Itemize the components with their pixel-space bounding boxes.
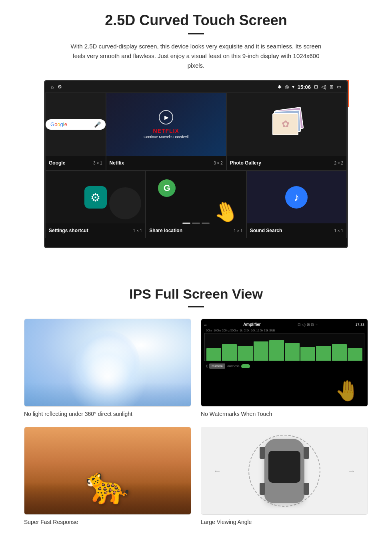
amp-bar-7 [300, 347, 315, 361]
camera-icon: ⊡ [314, 84, 318, 90]
gallery-app-size: 2 × 2 [334, 161, 343, 165]
bluetooth-icon: ✱ [278, 84, 282, 90]
google-maps-icon: G [158, 179, 176, 197]
amp-icons: ⊡ ◁) ⊠ ⊟ ← [298, 323, 319, 327]
status-right-icons: ✱ ◎ ▾ 15:06 ⊡ ◁) ⊠ ▭ [278, 84, 341, 90]
status-bar: ⌂ ⚙ ✱ ◎ ▾ 15:06 ⊡ ◁) ⊠ ▭ [45, 81, 347, 92]
app-cell-gallery[interactable]: ✿ Photo Gallery 2 × 2 [226, 92, 347, 171]
sound-app-name: Sound Search [250, 228, 282, 233]
section-ips-screen: IPS Full Screen View No light reflecting… [0, 282, 392, 537]
volume-icon: ◁) [321, 84, 326, 90]
cheetah-image-box: 🐆 [24, 427, 191, 515]
status-left-icons: ⌂ ⚙ [51, 84, 62, 90]
device-wrapper: Screen Size 9" ⌂ ⚙ ✱ ◎ ▾ 15:06 ⊡ ◁) ⊠ [44, 80, 348, 248]
photo-card-3: ✿ [272, 113, 298, 135]
title-underline [188, 33, 204, 34]
feature-cheetah: 🐆 Super Fast Response [24, 427, 191, 525]
netflix-app-name: Netflix [110, 160, 124, 166]
netflix-bg: ▶ NETFLIX Continue Marvel's Daredevil [106, 93, 226, 156]
feature-sunlight: No light reflecting under 360° direct su… [24, 319, 191, 417]
car-roof [268, 451, 300, 483]
play-icon: ▶ [164, 114, 169, 120]
amp-home-icon: ⌂ [204, 323, 206, 327]
settings-top: ⚙ [46, 171, 145, 223]
netflix-app-size: 3 × 2 [214, 161, 223, 165]
touch-hand-icon: 🤚 [335, 379, 360, 402]
car-wheel-rr [304, 483, 309, 495]
settings-label-row: Settings shortcut 1 × 1 [46, 223, 145, 238]
location-icon: ◎ [285, 84, 289, 90]
car-label: Large Viewing Angle [201, 519, 368, 525]
feature-car: → ← Large Viewing Angle [201, 427, 368, 525]
sound-app-size: 1 × 1 [334, 229, 343, 233]
amp-bar-5 [269, 340, 284, 361]
amp-custom-button[interactable]: Custom [209, 363, 225, 369]
app-cell-share[interactable]: G 🤚 Share location 1 × 1 [146, 171, 246, 238]
netflix-top: ▶ NETFLIX Continue Marvel's Daredevil [106, 93, 226, 156]
amp-bar-6 [285, 343, 300, 361]
mic-icon: 🎤 [94, 121, 101, 128]
settings-bg-shadow [109, 187, 141, 219]
amp-hz-labels: 60hz 100hz 200hz 500hz 1k 2.5k 10k 12.5k… [206, 329, 275, 332]
amp-bar-9 [332, 344, 347, 361]
share-app-size: 1 × 1 [234, 229, 243, 233]
amp-bar-1 [206, 348, 221, 361]
sunlight-image-box [24, 319, 191, 407]
google-label-row: Google 3 × 1 [46, 156, 106, 170]
home-icon: ⌂ [51, 84, 54, 90]
netflix-logo-text: NETFLIX [153, 128, 179, 134]
amp-loudness-label: loudness [227, 364, 240, 368]
watermarks-label: No Watermarks When Touch [201, 411, 368, 417]
amp-toggle[interactable] [241, 364, 250, 368]
scroll-dots [182, 223, 210, 224]
flower-icon: ✿ [282, 118, 290, 130]
features-grid: No light reflecting under 360° direct su… [24, 319, 368, 525]
sunlight-label: No light reflecting under 360° direct su… [24, 411, 191, 417]
share-top: G 🤚 [146, 171, 246, 223]
photo-stack: ✿ [270, 108, 302, 141]
google-app-size: 3 × 1 [93, 161, 102, 165]
car-wheel-fl [260, 447, 265, 459]
scroll-dot-3 [202, 223, 210, 224]
hand-pointing-icon: 🤚 [210, 197, 241, 223]
cheetah-silhouette: 🐆 [85, 464, 130, 506]
amp-bar-8 [316, 346, 331, 361]
usb-icon: ⚙ [58, 84, 62, 90]
feature-watermarks: ⌂ Amplifier ⊡ ◁) ⊠ ⊟ ← 17:33 60hz 100hz … [201, 319, 368, 417]
app-cell-netflix[interactable]: ▶ NETFLIX Continue Marvel's Daredevil Ne… [106, 92, 226, 171]
settings-bg: ⚙ [46, 171, 145, 223]
app-cell-google[interactable]: Google 🎤 Google 3 × 1 [45, 92, 106, 171]
settings-app-size: 1 × 1 [133, 229, 142, 233]
google-search-bar[interactable]: Google 🎤 [46, 119, 106, 130]
section-curved-screen: 2.5D Curved Touch Screen With 2.5D curve… [0, 0, 392, 258]
sunlight-image [24, 319, 191, 406]
watermarks-image-box: ⌂ Amplifier ⊡ ◁) ⊠ ⊟ ← 17:33 60hz 100hz … [201, 319, 368, 407]
amp-bar-10 [348, 348, 362, 361]
sound-circle: ♪ [285, 186, 308, 209]
wifi-icon: ▾ [292, 84, 294, 90]
status-time: 15:06 [298, 84, 311, 90]
netflix-label-row: Netflix 3 × 2 [106, 156, 226, 170]
amp-prev-icon: ⟪ [206, 364, 208, 368]
amp-time: 17:33 [355, 323, 364, 327]
google-logo: Google [50, 121, 67, 127]
share-label-row: Share location 1 × 1 [146, 223, 246, 238]
car-wheel-fr [304, 447, 309, 459]
app-cell-sound[interactable]: ♪ Sound Search 1 × 1 [246, 171, 347, 238]
sound-top: ♪ [247, 171, 346, 223]
sound-bg: ♪ [247, 171, 346, 223]
amp-bar-2 [222, 344, 237, 361]
amplifier-image: ⌂ Amplifier ⊡ ◁) ⊠ ⊟ ← 17:33 60hz 100hz … [201, 319, 368, 406]
netflix-play-circle: ▶ [159, 110, 173, 124]
window-icon: ▭ [337, 84, 341, 90]
sound-label-row: Sound Search 1 × 1 [247, 223, 346, 238]
settings-app-name: Settings shortcut [49, 228, 88, 233]
scroll-dot-2 [192, 223, 200, 224]
photo-gallery-bg: ✿ [227, 93, 346, 156]
share-bg: G 🤚 [146, 171, 246, 223]
settings-icon-circle: ⚙ [84, 186, 107, 209]
close-icon: ⊠ [330, 84, 334, 90]
google-app-name: Google [49, 160, 65, 166]
car-image: → ← [201, 427, 368, 514]
app-cell-settings[interactable]: ⚙ Settings shortcut 1 × 1 [45, 171, 146, 238]
